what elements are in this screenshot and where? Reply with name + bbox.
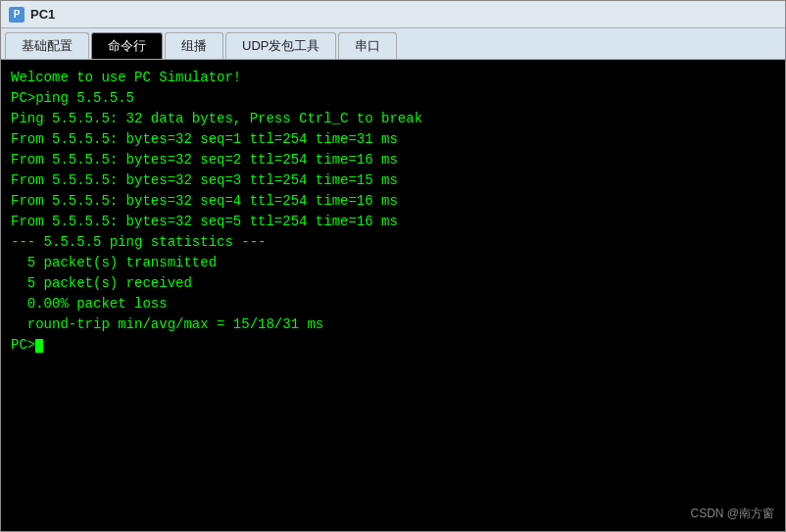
tab-serial[interactable]: 串口: [338, 32, 397, 59]
terminal-line: From 5.5.5.5: bytes=32 seq=1 ttl=254 tim…: [11, 129, 775, 150]
tab-bar: 基础配置命令行组播UDP发包工具串口: [1, 28, 785, 60]
title-bar: P PC1: [1, 1, 785, 28]
tab-basic[interactable]: 基础配置: [5, 32, 89, 59]
terminal-line: PC>: [11, 335, 775, 356]
watermark: CSDN @南方窗: [690, 506, 774, 522]
terminal-line: Ping 5.5.5.5: 32 data bytes, Press Ctrl_…: [11, 109, 775, 129]
terminal-line: Welcome to use PC Simulator!: [11, 68, 775, 88]
window-icon: P: [9, 7, 25, 23]
terminal-line: 5 packet(s) transmitted: [11, 253, 775, 273]
main-window: P PC1 基础配置命令行组播UDP发包工具串口 Welcome to use …: [0, 0, 786, 532]
terminal-cursor: [35, 339, 43, 353]
terminal-line: --- 5.5.5.5 ping statistics ---: [11, 232, 775, 253]
terminal-line: 5 packet(s) received: [11, 273, 775, 294]
terminal-line: From 5.5.5.5: bytes=32 seq=5 ttl=254 tim…: [11, 212, 775, 232]
terminal-line: From 5.5.5.5: bytes=32 seq=4 ttl=254 tim…: [11, 191, 775, 212]
terminal-output[interactable]: Welcome to use PC Simulator!PC>ping 5.5.…: [1, 60, 785, 531]
tab-multicast[interactable]: 组播: [165, 32, 223, 59]
window-title: PC1: [30, 7, 55, 22]
tab-command[interactable]: 命令行: [91, 32, 163, 59]
terminal-line: PC>ping 5.5.5.5: [11, 88, 775, 109]
tab-udp[interactable]: UDP发包工具: [225, 32, 336, 59]
terminal-line: From 5.5.5.5: bytes=32 seq=3 ttl=254 tim…: [11, 170, 775, 191]
terminal-line: From 5.5.5.5: bytes=32 seq=2 ttl=254 tim…: [11, 150, 775, 170]
terminal-line: 0.00% packet loss: [11, 294, 775, 314]
terminal-line: round-trip min/avg/max = 15/18/31 ms: [11, 314, 775, 335]
